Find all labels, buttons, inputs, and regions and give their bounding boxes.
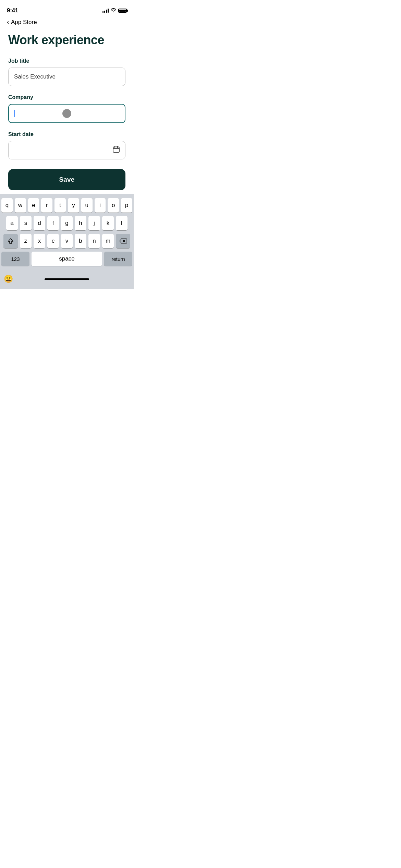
save-button[interactable]: Save [8, 169, 125, 190]
key-d[interactable]: d [34, 216, 45, 230]
keyboard-row-1: q w e r t y u i o p [1, 198, 132, 213]
keyboard-row-3: z x c v b n m [1, 234, 132, 248]
key-z[interactable]: z [20, 234, 32, 248]
job-title-label: Job title [8, 58, 125, 64]
key-m[interactable]: m [102, 234, 114, 248]
home-indicator [45, 278, 89, 280]
job-title-group: Job title [8, 58, 125, 86]
back-button[interactable]: ‹ [7, 19, 9, 26]
selection-handle [62, 109, 71, 118]
return-key[interactable]: return [104, 252, 132, 266]
job-title-input[interactable] [8, 68, 125, 86]
main-content: Work experience Job title Company Start … [0, 28, 134, 190]
svg-rect-0 [113, 147, 119, 152]
key-e[interactable]: e [28, 198, 39, 213]
key-h[interactable]: h [75, 216, 86, 230]
status-bar: 9:41 [0, 0, 134, 16]
keyboard-row-bottom: 123 space return [1, 252, 132, 266]
wifi-icon [111, 8, 116, 13]
key-b[interactable]: b [75, 234, 86, 248]
keyboard: q w e r t y u i o p a s d f g h j k l z … [0, 194, 134, 289]
key-g[interactable]: g [61, 216, 73, 230]
key-y[interactable]: y [68, 198, 79, 213]
signal-icon [102, 9, 109, 13]
company-label: Company [8, 94, 125, 100]
key-a[interactable]: a [6, 216, 18, 230]
key-r[interactable]: r [41, 198, 52, 213]
nav-back-label[interactable]: App Store [11, 19, 37, 26]
key-q[interactable]: q [1, 198, 13, 213]
key-f[interactable]: f [47, 216, 59, 230]
backspace-key[interactable] [116, 234, 130, 248]
key-w[interactable]: w [15, 198, 26, 213]
date-input-wrapper [8, 141, 125, 159]
text-cursor [14, 110, 15, 117]
keyboard-row-2: a s d f g h j k l [1, 216, 132, 230]
start-date-label: Start date [8, 131, 125, 137]
key-o[interactable]: o [108, 198, 119, 213]
key-p[interactable]: p [121, 198, 132, 213]
key-u[interactable]: u [81, 198, 93, 213]
key-c[interactable]: c [47, 234, 59, 248]
company-group: Company [8, 94, 125, 123]
key-n[interactable]: n [88, 234, 100, 248]
shift-key[interactable] [3, 234, 18, 248]
key-k[interactable]: k [102, 216, 114, 230]
status-time: 9:41 [7, 7, 18, 14]
key-x[interactable]: x [34, 234, 45, 248]
key-t[interactable]: t [54, 198, 66, 213]
key-j[interactable]: j [88, 216, 100, 230]
key-l[interactable]: l [116, 216, 127, 230]
nav-bar: ‹ App Store [0, 16, 134, 28]
start-date-input[interactable] [8, 141, 125, 159]
key-i[interactable]: i [95, 198, 106, 213]
space-key[interactable]: space [32, 252, 102, 266]
battery-icon [118, 9, 127, 13]
key-v[interactable]: v [61, 234, 73, 248]
page-title: Work experience [8, 33, 125, 47]
key-s[interactable]: s [20, 216, 32, 230]
keyboard-bottom-bar: 😀 [1, 269, 132, 288]
numbers-key[interactable]: 123 [1, 252, 29, 266]
status-icons [102, 8, 127, 13]
start-date-group: Start date [8, 131, 125, 159]
emoji-button[interactable]: 😀 [1, 272, 15, 286]
calendar-icon [112, 145, 120, 155]
company-input-wrapper [8, 104, 125, 123]
